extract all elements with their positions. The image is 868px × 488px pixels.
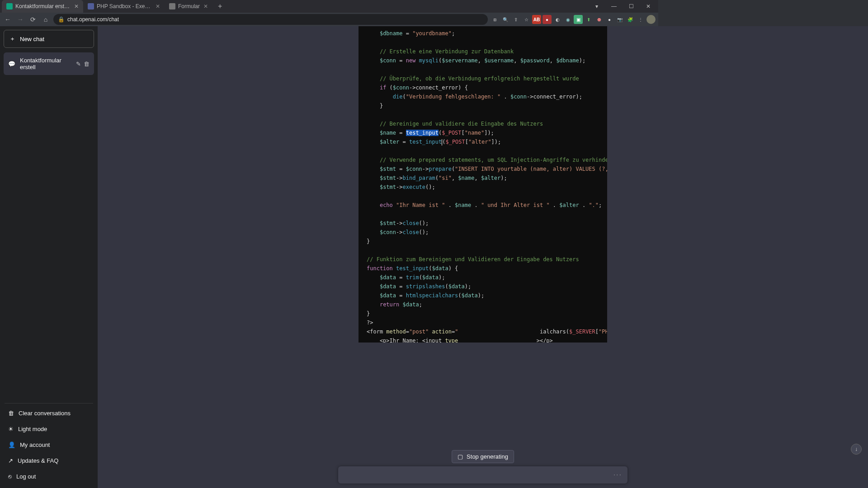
adblock-icon[interactable]: AB xyxy=(532,15,541,24)
extension-icon[interactable]: ● xyxy=(605,15,614,24)
trash-icon[interactable]: 🗑 xyxy=(84,61,90,67)
translate-icon[interactable]: ⦻ xyxy=(491,15,500,24)
forward-button[interactable]: → xyxy=(15,16,25,23)
browser-tab[interactable]: Kontaktformular erstellen.✕ xyxy=(2,0,83,13)
browser-tab-strip: Kontaktformular erstellen.✕PHP Sandbox -… xyxy=(0,0,658,13)
zoom-icon[interactable]: 🔍 xyxy=(501,15,510,24)
browser-toolbar: ← → ⟳ ⌂ 🔒 chat.openai.com/chat ⦻ 🔍 ⇪ ☆ A… xyxy=(0,13,658,26)
conversation-item[interactable]: 💬 Kontaktformular erstell ✎ 🗑 xyxy=(4,52,94,75)
chat-bubble-icon: 💬 xyxy=(8,61,15,67)
tab-close-icon[interactable]: ✕ xyxy=(74,3,79,9)
extension-icon[interactable]: ◉ xyxy=(563,15,572,24)
window-close-button[interactable]: ✕ xyxy=(640,3,656,9)
tab-close-icon[interactable]: ✕ xyxy=(156,3,160,9)
tab-label: PHP Sandbox - Execute PHP cod xyxy=(97,3,152,9)
browser-tab[interactable]: PHP Sandbox - Execute PHP cod✕ xyxy=(83,0,165,13)
home-button[interactable]: ⌂ xyxy=(41,16,51,23)
tab-close-icon[interactable]: ✕ xyxy=(203,3,208,9)
back-button[interactable]: ← xyxy=(3,16,13,23)
share-icon[interactable]: ⇪ xyxy=(511,15,520,24)
profile-avatar[interactable] xyxy=(646,15,656,24)
reload-button[interactable]: ⟳ xyxy=(28,16,38,23)
extension-icon[interactable]: ● xyxy=(542,15,552,24)
new-tab-button[interactable]: + xyxy=(215,2,225,10)
window-maximize-button[interactable]: ☐ xyxy=(623,3,639,9)
window-minimize-button[interactable]: — xyxy=(606,3,622,9)
code-block[interactable]: $dbname = "yourdbname"; // Erstelle eine… xyxy=(359,26,607,343)
extension-icon[interactable]: ◐ xyxy=(553,15,562,24)
favicon-icon xyxy=(169,3,175,9)
bookmark-icon[interactable]: ☆ xyxy=(522,15,531,24)
lock-icon: 🔒 xyxy=(58,16,65,23)
url-text: chat.openai.com/chat xyxy=(67,16,119,23)
main-content: $dbname = "yourdbname"; // Erstelle eine… xyxy=(98,26,658,369)
app-root: ＋ New chat 💬 Kontaktformular erstell ✎ 🗑… xyxy=(0,26,658,369)
plus-icon: ＋ xyxy=(9,35,15,43)
conversation-title: Kontaktformular erstell xyxy=(20,57,71,70)
address-bar[interactable]: 🔒 chat.openai.com/chat xyxy=(53,14,488,25)
browser-tab[interactable]: Formular✕ xyxy=(165,0,212,13)
extension-icon[interactable]: ⬣ xyxy=(594,15,604,24)
new-chat-button[interactable]: ＋ New chat xyxy=(4,30,94,48)
edit-icon[interactable]: ✎ xyxy=(76,61,81,67)
favicon-icon xyxy=(88,3,94,9)
extension-icon[interactable]: ▣ xyxy=(574,15,583,24)
tab-label: Kontaktformular erstellen. xyxy=(15,3,71,9)
new-chat-label: New chat xyxy=(20,36,44,42)
favicon-icon xyxy=(6,3,13,9)
caret-down-icon[interactable]: ▾ xyxy=(589,3,605,9)
extension-icon[interactable]: 📷 xyxy=(615,15,624,24)
extension-icon[interactable]: ⬆ xyxy=(584,15,593,24)
tab-label: Formular xyxy=(178,3,200,9)
sidebar: ＋ New chat 💬 Kontaktformular erstell ✎ 🗑… xyxy=(0,26,98,369)
extensions-puzzle-icon[interactable]: 🧩 xyxy=(626,15,635,24)
overflow-menu-icon[interactable]: ⋮ xyxy=(636,15,645,24)
extension-icons: ⦻ 🔍 ⇪ ☆ AB ● ◐ ◉ ▣ ⬆ ⬣ ● 📷 🧩 ⋮ xyxy=(491,15,656,24)
